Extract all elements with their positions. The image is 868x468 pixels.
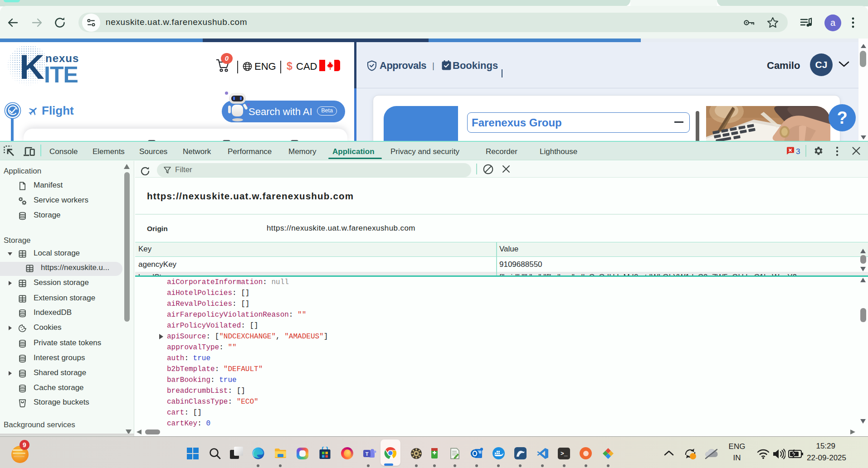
svg-text:T: T [366,451,369,457]
